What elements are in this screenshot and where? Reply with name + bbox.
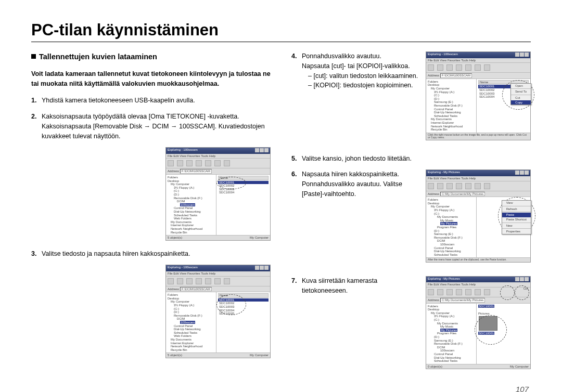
tree-item: Scheduled Tasks [428, 114, 475, 118]
tree-item: DCIM [168, 317, 214, 321]
tree-item: (C:) [428, 318, 475, 322]
tree-item: Desktop [428, 202, 475, 205]
tree-header: Folders [428, 305, 475, 308]
tree-item: My Music [428, 325, 475, 329]
left-column: Tallennettujen kuvien lataaminen Voit la… [31, 51, 271, 383]
step-text: Valitse kansio, johon tiedosto liitetään… [302, 154, 531, 164]
status-bar: 5 object(s)My Computer [166, 235, 270, 240]
explorer-screenshot-d: Exploring - My Pictures File Edit View F… [426, 169, 531, 262]
tree-item: My Documents [428, 215, 475, 219]
tree-item: Dial-Up Networking [428, 356, 475, 360]
bullet-square-icon [31, 54, 36, 59]
status-left: 5 object(s) [168, 354, 182, 357]
tree-item: My Computer [168, 300, 214, 304]
toolbar [426, 181, 530, 191]
step-6: 6. Napsauta hiiren kakkospainiketta. Pon… [291, 169, 418, 199]
tree-item-selected: 100sscam [168, 321, 214, 324]
explorer-body: Folders Desktop My Computer 3½ Floppy (A… [426, 304, 530, 364]
column-header: Name [218, 176, 269, 180]
folder-tree: Folders Desktop My Computer 3½ Floppy (A… [426, 304, 477, 364]
tree-item: (C:) [168, 189, 214, 193]
step-number: 7. [291, 276, 302, 296]
tree-item: (C:) [428, 212, 475, 216]
toolbar-label: Cut [519, 286, 532, 291]
address-bar: Address F:\DCIM\100SSCAM [426, 73, 530, 79]
tree-item: DCIM [428, 239, 475, 243]
tree-item: Control Panel [428, 352, 475, 356]
tree-item: DCIM [168, 200, 214, 203]
address-field: C:\My Documents\My Pictures [440, 192, 486, 197]
explorer-screenshot-a: Exploring - 100sscam File Edit View Favo… [165, 147, 271, 240]
step-7-text: 7. Kuva siirretään kamerasta tietokonees… [291, 276, 418, 302]
status-left: 5 object(s) [168, 236, 182, 240]
tree-item: Control Panel [168, 206, 214, 210]
step-7: 7. Kuva siirretään kamerasta tietokonees… [291, 276, 418, 296]
window-title: Exploring - 100sscam [428, 53, 458, 58]
explorer-screenshot-c: Exploring - 100sscam File Edit View Favo… [426, 51, 531, 140]
file-row: SDC10001 [218, 181, 269, 185]
window-titlebar: Exploring - 100sscam [166, 148, 270, 154]
file-row: SDC10003 [218, 188, 269, 191]
tree-item: My Documents [168, 338, 214, 342]
menu-bar: File Edit View Favorites Tools Help [426, 176, 530, 181]
step-6-text: 6. Napsauta hiiren kakkospainiketta. Pon… [291, 169, 418, 205]
step-text: Valitse tiedosto ja napsauta hiiren kakk… [42, 249, 271, 259]
tree-item: 3½ Floppy (A:) [428, 90, 475, 94]
tree-item: Removable Disk (F:) [428, 236, 475, 240]
tree-item: Recycle Bin [168, 348, 214, 352]
folder-tree: Folders Desktop My Computer 3½ Floppy (A… [166, 175, 216, 235]
menu-bar: File Edit View Favorites Tools Help [166, 271, 270, 277]
window-title: Exploring - My Pictures [428, 277, 460, 282]
file-row: SDC10002 [218, 184, 269, 188]
tree-header: Folders [428, 198, 475, 202]
tree-item: Desktop [428, 83, 475, 87]
tree-item: Samsung (E:) [428, 232, 475, 236]
step-number: 6. [291, 169, 302, 199]
menu-item: Properties [502, 229, 531, 234]
tree-item: (D:) [168, 193, 214, 197]
toolbar [426, 63, 530, 73]
file-row: SDC10005 [218, 312, 269, 316]
tree-item: My Music [428, 219, 475, 223]
file-list: Name SDC10001 SDC10002 SDC10003 SDC10004… [216, 292, 270, 352]
content-pane: View Refresh Paste Paste Shortcut New Pr… [477, 197, 530, 257]
tree-item: Scheduled Tasks [168, 331, 214, 335]
window-titlebar: Exploring - 100sscam [426, 52, 530, 58]
tree-item: Scheduled Tasks [168, 214, 214, 217]
step-number: 2. [31, 112, 42, 141]
tree-item: Desktop [168, 179, 214, 183]
step-2: 2. Kaksoisnapsauta työpöydällä olevaa [O… [31, 112, 271, 141]
tree-item: Program Files [428, 226, 475, 229]
step-number: 5. [291, 154, 302, 164]
address-label: Address [428, 298, 439, 302]
status-right: My Computer [250, 354, 269, 357]
folder-tree: Folders Desktop My Computer 3½ Floppy (A… [166, 292, 216, 352]
context-menu: Open Send To Cut Copy [510, 83, 531, 105]
tree-item: Desktop [428, 308, 475, 311]
window-title: Exploring - 100sscam [168, 266, 198, 271]
tree-item: (D:) [168, 310, 214, 314]
window-controls [515, 53, 529, 58]
tree-item: (C:) [168, 307, 214, 311]
menu-item-selected: Copy [511, 100, 531, 105]
file-row: SDC10003 [218, 305, 269, 309]
tree-item: Recycle Bin [428, 128, 475, 132]
step-number: 1. [31, 96, 42, 106]
tree-item-selected: My Pictures [428, 329, 475, 332]
status-bar: 5 object(s)My Computer [166, 352, 270, 358]
tree-item: Control Panel [428, 246, 475, 250]
tree-item: Desktop [168, 297, 214, 300]
step-text: Kaksoisnapsauta työpöydällä olevaa [Oma … [42, 112, 271, 141]
tree-item: 3½ Floppy (A:) [428, 315, 475, 318]
menu-item: View [502, 201, 531, 205]
step-1: 1. Yhdistä kamera tietokoneeseen USB-kaa… [31, 96, 271, 106]
tree-item: 3½ Floppy (A:) [168, 304, 214, 307]
tree-item: Removable Disk (F:) [428, 342, 475, 346]
address-field: F:\DCIM\100SSCAM [180, 169, 212, 174]
step-line: Ponnahdusvalikko avautuu. [302, 53, 381, 60]
window-title: Exploring - 100sscam [168, 148, 198, 153]
menu-item: Send To [511, 89, 531, 94]
tree-item: Web Folders [168, 217, 214, 220]
file-row: SDC10004 [218, 191, 269, 194]
page-title: PC-tilan käynnistäminen [31, 21, 531, 40]
